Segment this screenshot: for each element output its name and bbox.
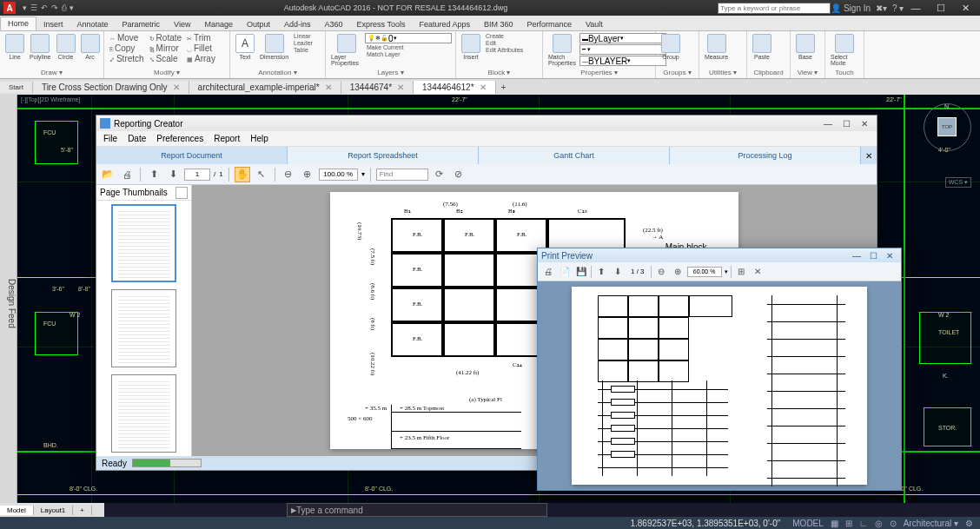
match-properties-button[interactable]: Match Properties xyxy=(546,33,578,67)
stop-button[interactable]: ⊘ xyxy=(451,167,467,182)
ribbon-tab-a360[interactable]: A360 xyxy=(318,18,350,30)
snap-toggle[interactable]: ⊞ xyxy=(842,519,856,528)
help-search-input[interactable] xyxy=(718,3,831,14)
create-block-button[interactable]: Create xyxy=(484,33,525,39)
clipboard-panel-label[interactable]: Clipboard xyxy=(751,68,786,76)
make-current-button[interactable]: Make Current xyxy=(365,44,452,50)
edit-attributes-button[interactable]: Edit Attributes xyxy=(484,47,525,53)
rotate-button[interactable]: ↻ Rotate xyxy=(148,33,183,43)
lineweight-combo[interactable]: ━ ▾ xyxy=(579,44,666,55)
drawing-tab-start[interactable]: Start xyxy=(0,82,33,93)
copy-button[interactable]: ⎘ Copy xyxy=(108,43,146,53)
touch-panel-label[interactable]: Touch xyxy=(829,68,860,76)
circle-button[interactable]: Circle xyxy=(55,33,77,61)
qat-new-icon[interactable]: ☰ xyxy=(30,3,37,12)
edit-block-button[interactable]: Edit xyxy=(484,40,525,46)
polar-toggle[interactable]: ◎ xyxy=(871,519,886,528)
block-panel-label[interactable]: Block ▾ xyxy=(460,68,539,76)
thumbnail-list[interactable] xyxy=(96,201,191,456)
menu-file[interactable]: File xyxy=(103,134,117,143)
table-button[interactable]: Table xyxy=(292,47,315,53)
help-icon[interactable]: ? ▾ xyxy=(892,3,904,13)
drawing-tab-3[interactable]: 13444674*✕ xyxy=(341,81,414,94)
minimize-button[interactable]: — xyxy=(904,3,927,13)
rwin-tabs-close[interactable]: ✕ xyxy=(861,147,877,164)
viewcube[interactable]: N TOP xyxy=(924,103,971,151)
layout1-tab[interactable]: Layout1 xyxy=(34,506,73,515)
open-button[interactable]: 📂 xyxy=(100,167,116,182)
model-tab[interactable]: Model xyxy=(0,506,34,515)
pwin-close-tool[interactable]: ✕ xyxy=(751,265,765,279)
model-space-button[interactable]: MODEL xyxy=(789,519,827,528)
pointer-tool-button[interactable]: ↖ xyxy=(254,167,269,182)
pwin-zoom-in[interactable]: ⊕ xyxy=(671,265,685,279)
modify-panel-label[interactable]: Modify ▾ xyxy=(108,68,226,76)
polyline-button[interactable]: Polyline xyxy=(28,33,53,61)
groups-panel-label[interactable]: Groups ▾ xyxy=(659,68,695,76)
settings-icon[interactable]: ⚙ xyxy=(962,519,977,528)
app-logo[interactable]: A xyxy=(3,2,16,14)
ortho-toggle[interactable]: ∟ xyxy=(856,519,871,528)
zoom-in-button[interactable]: ⊕ xyxy=(300,167,315,182)
pwin-zoom-out[interactable]: ⊖ xyxy=(654,265,668,279)
pwin-close[interactable]: ✕ xyxy=(882,251,897,261)
units-button[interactable]: Architectural ▾ xyxy=(900,519,962,528)
pwin-print-button[interactable]: 🖨 xyxy=(541,265,555,279)
exchange-icon[interactable]: ✖▾ xyxy=(876,3,887,13)
osnap-toggle[interactable]: ⊙ xyxy=(886,519,900,528)
ribbon-tab-performance[interactable]: Performance xyxy=(520,18,579,30)
tab-processing-log[interactable]: Processing Log xyxy=(670,147,861,164)
page-thumbnail-2[interactable] xyxy=(111,289,176,367)
wcs-label[interactable]: WCS ▾ xyxy=(945,177,971,188)
viewcube-face[interactable]: TOP xyxy=(937,117,957,136)
close-button[interactable]: ✕ xyxy=(955,3,977,13)
pwin-page-down[interactable]: ⬇ xyxy=(611,265,625,279)
ribbon-tab-home[interactable]: Home xyxy=(0,17,36,30)
group-button[interactable]: Group xyxy=(659,33,682,61)
find-input[interactable] xyxy=(376,169,428,181)
layers-panel-label[interactable]: Layers ▾ xyxy=(329,68,452,76)
linear-button[interactable]: Linear xyxy=(292,33,315,39)
dimension-button[interactable]: Dimension xyxy=(258,33,290,61)
select-mode-button[interactable]: Select Mode xyxy=(829,33,860,67)
ribbon-tab-vault[interactable]: Vault xyxy=(579,18,610,30)
insert-block-button[interactable]: Insert xyxy=(460,33,482,61)
pwin-minimize[interactable]: — xyxy=(848,251,865,261)
rwin-maximize[interactable]: ☐ xyxy=(838,119,856,129)
close-tab-icon[interactable]: ✕ xyxy=(173,83,180,92)
close-tab-icon[interactable]: ✕ xyxy=(480,83,487,92)
fillet-button[interactable]: ◡ Fillet xyxy=(185,43,217,53)
view-panel-label[interactable]: View ▾ xyxy=(794,68,821,76)
design-feed-tab[interactable]: Design Feed xyxy=(7,279,17,328)
grid-toggle[interactable]: ▦ xyxy=(827,519,842,528)
base-button[interactable]: Base xyxy=(794,33,817,61)
hand-tool-button[interactable]: ✋ xyxy=(235,167,250,182)
rwin-close[interactable]: ✕ xyxy=(856,119,873,129)
pwin-page-up[interactable]: ⬆ xyxy=(594,265,608,279)
menu-report[interactable]: Report xyxy=(214,134,240,143)
leader-button[interactable]: Leader xyxy=(292,40,315,46)
move-button[interactable]: ↔ Move xyxy=(108,33,146,43)
refresh-button[interactable]: ⟳ xyxy=(432,167,447,182)
command-line[interactable]: ▶ Type a command xyxy=(287,503,547,517)
ribbon-tab-output[interactable]: Output xyxy=(240,18,277,30)
ribbon-tab-insert[interactable]: Insert xyxy=(36,18,70,30)
rwin-titlebar[interactable]: Reporting Creator — ☐ ✕ xyxy=(96,116,877,131)
add-layout-button[interactable]: + xyxy=(73,506,92,515)
side-panel-tabs[interactable]: Design Feed xyxy=(0,95,17,503)
tab-gantt-chart[interactable]: Gantt Chart xyxy=(479,147,670,164)
ribbon-tab-express[interactable]: Express Tools xyxy=(350,18,413,30)
close-tab-icon[interactable]: ✕ xyxy=(397,83,404,92)
close-tab-icon[interactable]: ✕ xyxy=(325,83,332,92)
color-combo[interactable]: ▬ ByLayer ▾ xyxy=(579,33,666,43)
zoom-out-button[interactable]: ⊖ xyxy=(281,167,296,182)
ribbon-tab-parametric[interactable]: Parametric xyxy=(116,18,168,30)
drawing-tab-2[interactable]: architectural_example-imperial*✕ xyxy=(189,81,341,94)
layer-properties-button[interactable]: Layer Properties xyxy=(329,33,363,67)
page-up-button[interactable]: ⬆ xyxy=(146,167,162,182)
tab-report-spreadsheet[interactable]: Report Spreadsheet xyxy=(288,147,479,164)
draw-panel-label[interactable]: Draw ▾ xyxy=(3,68,100,76)
pwin-titlebar[interactable]: Print Preview — ☐ ✕ xyxy=(538,248,901,262)
ribbon-tab-featured[interactable]: Featured Apps xyxy=(412,18,477,30)
arc-button[interactable]: Arc xyxy=(79,33,102,61)
